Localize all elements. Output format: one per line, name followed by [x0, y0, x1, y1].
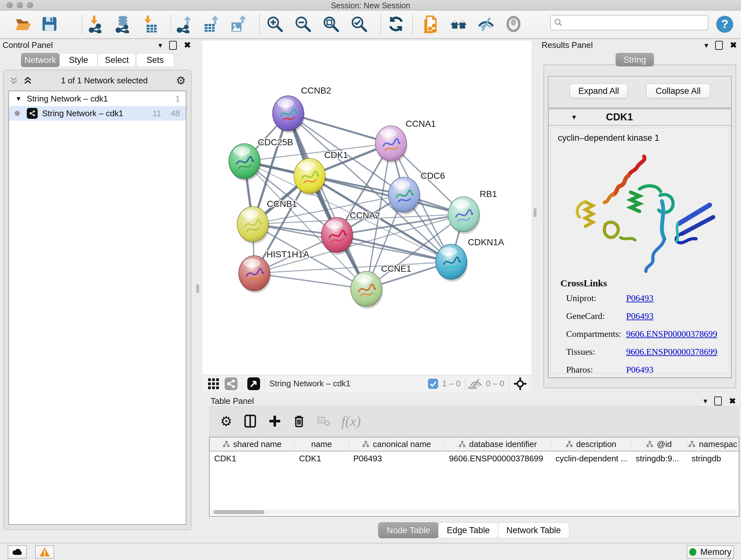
network-node-HIST1H1A[interactable]: HIST1H1A — [239, 249, 309, 293]
tab-node-table[interactable]: Node Table — [378, 522, 439, 538]
import-table-file-button[interactable] — [139, 14, 160, 35]
tab-style[interactable]: Style — [59, 53, 98, 67]
table-cell[interactable]: CDK1 — [210, 454, 294, 463]
cloud-status-button[interactable] — [8, 545, 27, 559]
network-node-RB1[interactable]: RB1 — [448, 189, 497, 234]
table-panel-close-icon[interactable]: ✖ — [729, 396, 736, 406]
table-panel-menu-icon[interactable]: ▾ — [703, 396, 707, 406]
collapse-all-icon[interactable] — [9, 76, 18, 85]
control-panel-menu-icon[interactable]: ▾ — [158, 41, 162, 50]
results-panel-menu-icon[interactable]: ▾ — [704, 41, 708, 50]
share-view-icon[interactable] — [225, 377, 238, 390]
export-image-button[interactable] — [228, 14, 249, 35]
add-column-icon[interactable] — [268, 415, 281, 428]
hide-unhide-icon-button[interactable] — [475, 14, 496, 35]
column-header-database-identifier[interactable]: database identifier — [445, 437, 551, 451]
collapse-all-button[interactable]: Collapse All — [646, 84, 710, 98]
save-session-button[interactable] — [39, 14, 60, 35]
memory-button[interactable]: Memory — [687, 545, 734, 559]
refresh-layout-button[interactable] — [386, 14, 407, 35]
tree-expander-icon[interactable]: ▼ — [15, 95, 22, 103]
right-splitter-handle[interactable] — [534, 208, 536, 217]
table-cell[interactable]: CDK1 — [294, 454, 349, 463]
crosslink-tissues-link[interactable]: 9606.ENSP00000378699 — [626, 347, 717, 357]
network-row-label: String Network – cdk1 — [42, 109, 123, 118]
show-details-eye-button[interactable] — [503, 14, 524, 35]
table-settings-gear-icon[interactable]: ⚙ — [220, 414, 232, 429]
node-label-CDC25B: CDC25B — [258, 137, 293, 147]
import-network-database-button[interactable] — [112, 14, 133, 35]
table-cell[interactable]: stringdb:9... — [631, 454, 687, 463]
results-panel-close-icon[interactable]: ✖ — [730, 40, 737, 50]
network-canvas[interactable]: CCNB2CCNA1CDC25BCDK1CDC6RB1CCNB1CCNA2CDK… — [202, 41, 531, 375]
import-string-network-button[interactable] — [420, 14, 441, 35]
pan-crosshair-icon[interactable] — [514, 377, 527, 390]
delete-column-icon[interactable] — [292, 415, 306, 428]
zoom-out-button[interactable] — [292, 14, 313, 35]
export-table-button[interactable] — [201, 14, 222, 35]
tab-edge-table[interactable]: Edge Table — [438, 522, 498, 538]
help-button[interactable]: ? — [716, 15, 732, 32]
network-options-gear-icon[interactable]: ⚙ — [176, 74, 186, 87]
network-node-CCNE1[interactable]: CCNE1 — [351, 264, 411, 309]
table-cell[interactable]: 9606.ENSP00000378699 — [445, 454, 551, 463]
crosslink-uniprot-link[interactable]: P06493 — [626, 293, 654, 303]
zoom-in-button[interactable] — [264, 14, 285, 35]
table-tabs: Node TableEdge TableNetwork Table — [378, 522, 569, 538]
crosslink-genecard-link[interactable]: P06493 — [626, 311, 654, 321]
table-cell[interactable]: P06493 — [349, 454, 445, 463]
network-collection-row[interactable]: ▼ String Network – cdk1 1 — [9, 91, 186, 106]
tab-string[interactable]: String — [616, 53, 654, 66]
column-header-name[interactable]: name — [294, 437, 349, 451]
table-panel-header: Table Panel ▾ ✖ — [207, 395, 741, 408]
table-panel-float-icon[interactable] — [714, 396, 722, 406]
selected-checkbox-icon[interactable] — [428, 379, 438, 389]
memory-status-dot — [689, 548, 696, 556]
column-header-canonical-name[interactable]: canonical name — [349, 437, 445, 451]
show-columns-icon[interactable] — [243, 414, 257, 428]
network-node-CCNB1[interactable]: CCNB1 — [237, 199, 297, 244]
column-header-@id[interactable]: @id — [631, 437, 687, 451]
birdseye-view-icon[interactable] — [247, 377, 260, 390]
gene-expander-icon[interactable]: ▼ — [571, 114, 577, 121]
column-header-description[interactable]: description — [551, 437, 631, 451]
tab-network[interactable]: Network — [21, 53, 59, 67]
tab-select[interactable]: Select — [98, 53, 136, 67]
results-panel-float-icon[interactable] — [715, 41, 723, 50]
crosslink-row: GeneCard:P06493 — [566, 311, 729, 321]
table-cell[interactable]: stringdb — [687, 454, 739, 463]
warnings-button[interactable] — [35, 545, 54, 559]
gene-section: ▼ CDK1 cyclin–dependent kinase 1 — [548, 109, 732, 378]
network-edge[interactable] — [337, 235, 451, 262]
search-icon — [553, 17, 563, 27]
zoom-selected-button[interactable] — [348, 14, 369, 35]
export-network-button[interactable] — [174, 14, 195, 35]
grid-view-icon[interactable] — [207, 378, 219, 390]
control-panel-close-icon[interactable]: ✖ — [184, 40, 191, 50]
table-horizontal-scrollbar[interactable] — [210, 509, 737, 515]
network-node-CCNA1[interactable]: CCNA1 — [375, 119, 436, 163]
crosslink-label: GeneCard: — [566, 311, 626, 321]
table-header-row: shared namenamecanonical namedatabase id… — [210, 437, 739, 451]
network-row-selected[interactable]: String Network – cdk1 11 48 — [9, 106, 186, 121]
column-header-namespac[interactable]: namespac — [687, 437, 739, 451]
table-cell[interactable]: cyclin-dependent ... — [551, 454, 631, 463]
import-network-file-button[interactable] — [85, 14, 107, 35]
column-header-shared-name[interactable]: shared name — [210, 437, 294, 451]
left-splitter-handle[interactable] — [196, 284, 199, 293]
tab-sets[interactable]: Sets — [136, 53, 174, 67]
open-session-button[interactable] — [13, 14, 34, 35]
network-edge[interactable] — [254, 273, 366, 289]
search-input[interactable] — [565, 16, 703, 28]
table-row[interactable]: CDK1CDK1P064939606.ENSP00000378699cyclin… — [210, 451, 739, 465]
expand-all-button[interactable]: Expand All — [569, 84, 628, 98]
home-button[interactable] — [448, 14, 469, 35]
network-node-CDKN1A[interactable]: CDKN1A — [435, 237, 504, 282]
tab-network-table[interactable]: Network Table — [498, 522, 569, 538]
crosslink-pharos-link[interactable]: P06493 — [626, 365, 654, 374]
horizontal-splitter-handle[interactable] — [468, 386, 477, 389]
crosslink-compartments-link[interactable]: 9606.ENSP00000378699 — [626, 329, 717, 339]
control-panel-float-icon[interactable] — [169, 41, 177, 50]
zoom-fit-button[interactable] — [320, 14, 341, 35]
expand-all-icon[interactable] — [23, 76, 32, 85]
